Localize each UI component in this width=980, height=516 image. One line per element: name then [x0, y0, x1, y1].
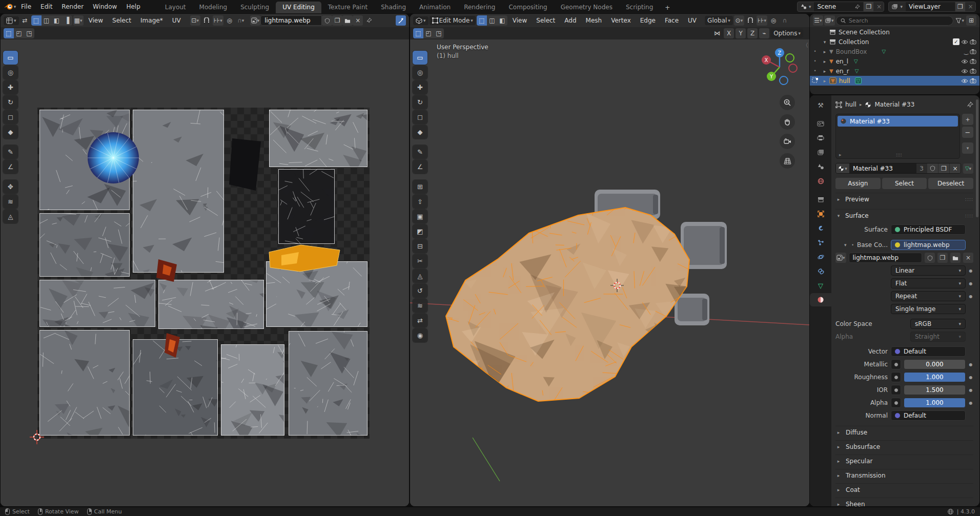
material-browse-button[interactable]: ▾ — [836, 163, 849, 173]
vp-tool-bevel[interactable]: ◩ — [413, 224, 427, 238]
zoom-button[interactable] — [780, 95, 795, 110]
vp-boxselect-subtract-button[interactable]: ◳ — [434, 28, 444, 38]
tab-shading[interactable]: Shading — [374, 2, 413, 13]
camera-icon[interactable] — [970, 49, 976, 54]
vp-menu-view[interactable]: View — [508, 15, 531, 26]
tab-uv-editing[interactable]: UV Editing — [276, 2, 321, 13]
uv-proportional-edit-icon[interactable]: ◎ — [224, 15, 235, 26]
tab-layout[interactable]: Layout — [158, 2, 193, 13]
slot-specials-button[interactable]: ▾ — [962, 142, 973, 154]
base-color-label[interactable]: ▾•Base Co... — [835, 241, 888, 249]
ior-slider[interactable]: 1.500 — [904, 385, 966, 395]
vp-menu-vertex[interactable]: Vertex — [607, 15, 635, 26]
alpha-slider[interactable]: 1.000 — [904, 398, 966, 408]
ortho-grid-button[interactable] — [780, 153, 795, 169]
tab-viewlayer[interactable] — [810, 146, 831, 159]
navigation-gizmo[interactable]: Z X Y — [758, 46, 801, 89]
surface-shader-button[interactable]: Principled BSDF — [891, 224, 966, 235]
image-name-field[interactable]: lightmap.webp — [849, 253, 922, 263]
scene-browse-button[interactable]: ▾ — [798, 2, 814, 11]
breadcrumb-object[interactable]: hull — [845, 101, 856, 108]
scene-copy-button[interactable]: ❐ — [863, 2, 873, 11]
vp-menu-select[interactable]: Select — [532, 15, 559, 26]
vp-tool-spin[interactable]: ↺ — [413, 284, 427, 298]
viewlayer-remove-button[interactable]: × — [965, 2, 975, 11]
tab-rendering[interactable]: Rendering — [457, 2, 502, 13]
viewlayer-browse-button[interactable]: ▾ — [889, 2, 906, 11]
menu-window[interactable]: Window — [88, 2, 121, 11]
uv-pin-icon[interactable] — [364, 15, 374, 26]
eye-icon[interactable] — [961, 59, 968, 64]
uv-tool-grab[interactable]: ✥ — [3, 180, 18, 194]
roughness-slider[interactable]: 1.000 — [904, 372, 966, 382]
uv-boxselect-set-button[interactable]: ⬚ — [4, 28, 14, 38]
vp-tool-edge-slide[interactable]: ⇄ — [413, 314, 427, 327]
uv-canvas[interactable]: ▭ ◎ ✚ ↻ ◻ ◆ ✎ ∠ ✥ ≋ ◬ — [1, 39, 409, 506]
menu-render[interactable]: Render — [57, 2, 88, 11]
mode-dropdown[interactable]: Edit Mode ▾ — [430, 16, 476, 25]
fake-user-button[interactable] — [927, 163, 938, 173]
vp-menu-face[interactable]: Face — [661, 15, 683, 26]
menu-help[interactable]: Help — [121, 2, 145, 11]
orientation-dropdown[interactable]: Global▾ — [705, 16, 733, 25]
vp-tool-add-cube[interactable]: ⊞ — [413, 180, 427, 194]
source-dropdown[interactable]: Single Image▾ — [891, 304, 966, 314]
tab-output[interactable] — [810, 131, 831, 145]
add-slot-button[interactable]: ＋ — [962, 114, 973, 125]
scene-unlink-button[interactable]: × — [873, 2, 884, 11]
viewport-editor-type-button[interactable]: ▾ — [413, 16, 428, 25]
alpha-socket[interactable] — [891, 398, 901, 408]
uv-boxselect-extend-button[interactable]: ◰ — [14, 28, 24, 38]
expand-icon[interactable]: ▸ — [822, 78, 828, 84]
metallic-socket[interactable] — [891, 359, 901, 369]
expand-icon[interactable]: ▸ — [822, 69, 828, 74]
coat-panel-header[interactable]: ▸Coat — [835, 483, 973, 496]
uv-image-fake-user-button[interactable] — [322, 15, 332, 26]
camera-icon[interactable] — [970, 39, 976, 45]
tab-data[interactable]: ▽ — [810, 279, 831, 292]
sheen-panel-header[interactable]: ▸Sheen — [835, 498, 973, 506]
material-slot-row[interactable]: Material #33 — [838, 116, 958, 127]
pin-icon[interactable] — [967, 101, 973, 108]
vp-tool-scale[interactable]: ◻ — [413, 110, 427, 124]
menu-file[interactable]: File — [16, 2, 36, 11]
uv-tool-annotate[interactable]: ✎ — [3, 145, 18, 159]
material-name-field[interactable]: Material #33 — [849, 163, 916, 173]
deselect-button[interactable]: Deselect — [928, 178, 973, 189]
vp-menu-edge[interactable]: Edge — [636, 15, 660, 26]
tab-modeling[interactable]: Modeling — [193, 2, 234, 13]
vp-tool-transform[interactable]: ◆ — [413, 125, 427, 139]
extension-dropdown[interactable]: Repeat▾ — [891, 291, 966, 301]
normal-node-button[interactable]: Default — [891, 410, 966, 421]
uv-image-name-field[interactable]: lightmap.webp — [260, 15, 322, 26]
vp-tool-smooth[interactable]: ≋ — [413, 299, 427, 313]
vp-tool-loop-cut[interactable]: ⊟ — [413, 239, 427, 253]
uv-edge-select-button[interactable]: ◫ — [42, 15, 52, 26]
uv-menu-select[interactable]: Select — [108, 15, 135, 26]
color-space-dropdown[interactable]: sRGB▾ — [910, 319, 966, 329]
diffuse-panel-header[interactable]: ▸Diffuse — [835, 426, 973, 439]
tab-compositing[interactable]: Compositing — [502, 2, 554, 13]
uv-tool-measure[interactable]: ∠ — [3, 160, 18, 174]
outliner-filter-button[interactable]: ▾ — [954, 15, 965, 26]
list-expand-icon[interactable]: ▸ — [839, 152, 842, 157]
vp-tool-measure[interactable]: ∠ — [413, 160, 427, 174]
roughness-socket[interactable] — [891, 372, 901, 382]
vp-snap-target-button[interactable]: ⊦⊦ ▾ — [757, 15, 767, 26]
options-dropdown[interactable]: Options▾ — [771, 29, 803, 38]
mirror-x-button[interactable]: X — [724, 28, 734, 38]
vp-tool-move[interactable]: ✚ — [413, 80, 427, 94]
image-browse-button[interactable]: ▾ — [835, 253, 846, 263]
select-button[interactable]: Select — [882, 178, 927, 189]
uv-image-open-button[interactable] — [342, 15, 353, 26]
camera-icon[interactable] — [970, 78, 976, 84]
preview-panel-header[interactable]: ▸Preview:::: — [835, 193, 973, 205]
image-copy-button[interactable]: ❐ — [937, 253, 948, 263]
uv-snap-magnet-icon[interactable] — [201, 15, 212, 26]
expand-icon[interactable]: ▸ — [822, 59, 828, 64]
new-collection-button[interactable]: ⊞ — [966, 15, 976, 26]
viewlayer-name-field[interactable]: ViewLayer — [906, 2, 955, 11]
camera-view-button[interactable] — [780, 134, 795, 149]
eye-icon[interactable] — [961, 69, 968, 74]
uv-image-copy-button[interactable]: ❐ — [332, 15, 342, 26]
